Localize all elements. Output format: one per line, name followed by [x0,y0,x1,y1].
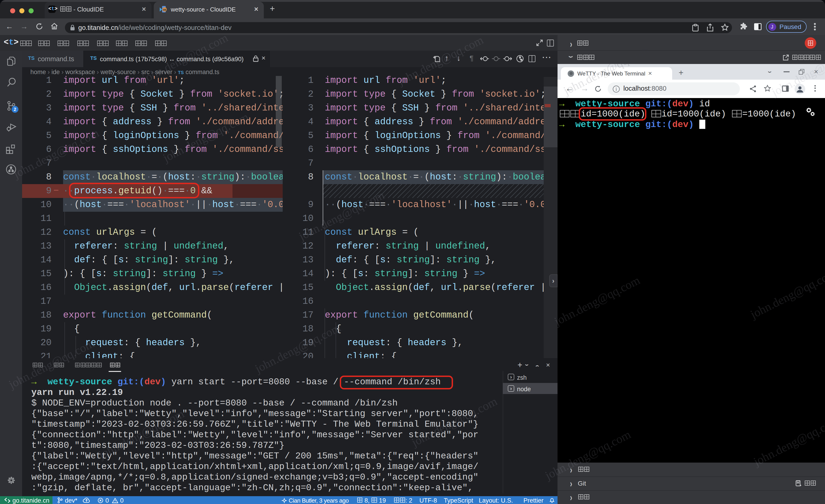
svg-text:us: us [163,8,166,11]
